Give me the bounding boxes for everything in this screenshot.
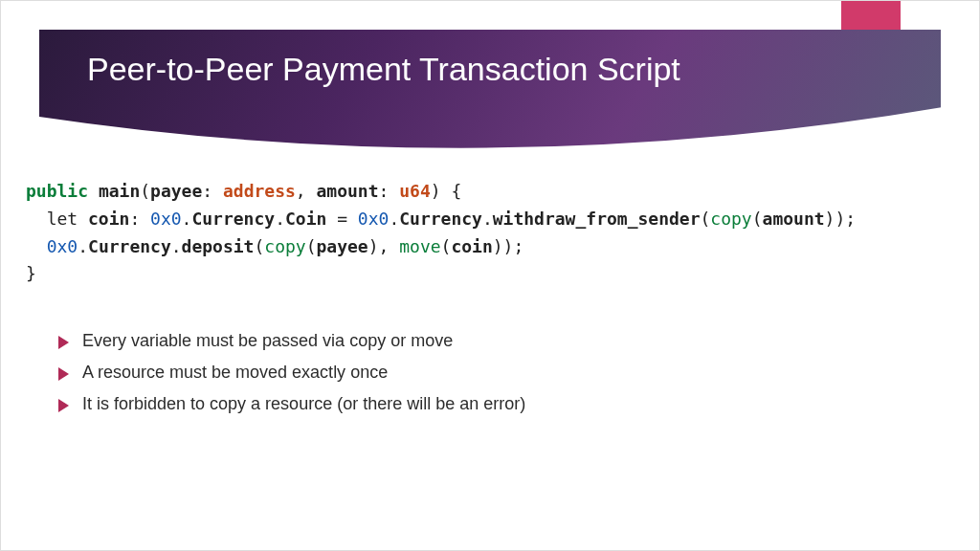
- code-token: :: [202, 181, 223, 201]
- slide: Peer-to-Peer Payment Transaction Script …: [0, 0, 980, 551]
- code-block: public main(payee: address, amount: u64)…: [26, 178, 954, 288]
- code-token: let: [26, 209, 88, 229]
- code-token: :: [129, 209, 150, 229]
- code-token: (: [752, 209, 763, 229]
- code-token: ));: [825, 209, 857, 229]
- code-token: amount: [763, 209, 825, 229]
- code-token: .: [275, 209, 285, 229]
- code-token: ),: [368, 236, 400, 256]
- header-band: Peer-to-Peer Payment Transaction Script: [39, 30, 941, 164]
- bullet-triangle-icon: [58, 367, 69, 381]
- code-token: deposit: [182, 236, 255, 256]
- code-token: ,: [296, 181, 317, 201]
- code-token: (: [254, 236, 264, 256]
- code-token: }: [26, 263, 36, 283]
- code-token: amount: [317, 181, 379, 201]
- code-token: .: [78, 236, 88, 256]
- code-token: coin: [88, 209, 129, 229]
- code-token: :: [379, 181, 400, 201]
- bullet-list: Every variable must be passed via copy o…: [58, 331, 922, 426]
- code-line: }: [26, 260, 954, 288]
- code-token: .: [482, 209, 493, 229]
- code-token: payee: [317, 236, 368, 256]
- code-token: [26, 236, 47, 256]
- code-token: u64: [399, 181, 431, 201]
- code-token: .: [182, 209, 192, 229]
- bullet-text: It is forbidden to copy a resource (or t…: [82, 394, 525, 414]
- code-token: =: [326, 209, 358, 229]
- slide-title: Peer-to-Peer Payment Transaction Script: [87, 49, 807, 90]
- bullet-text: Every variable must be passed via copy o…: [82, 331, 453, 351]
- code-token: Currency: [191, 209, 275, 229]
- code-token: move: [399, 236, 440, 256]
- code-token: withdraw_from_sender: [493, 209, 701, 229]
- list-item: Every variable must be passed via copy o…: [58, 331, 922, 351]
- list-item: It is forbidden to copy a resource (or t…: [58, 394, 922, 414]
- code-token: 0x0: [47, 236, 78, 256]
- bullet-text: A resource must be moved exactly once: [82, 363, 388, 383]
- code-token: public: [26, 181, 88, 201]
- code-token: coin: [451, 236, 492, 256]
- code-token: [88, 181, 99, 201]
- code-token: Currency: [399, 209, 482, 229]
- code-token: Coin: [285, 209, 326, 229]
- bullet-triangle-icon: [58, 399, 69, 412]
- code-token: copy: [264, 236, 305, 256]
- code-token: 0x0: [358, 209, 390, 229]
- code-line: 0x0.Currency.deposit(copy(payee), move(c…: [26, 233, 954, 261]
- code-token: (: [306, 236, 317, 256]
- code-token: payee: [150, 181, 202, 201]
- code-token: copy: [710, 209, 751, 229]
- code-token: address: [223, 181, 296, 201]
- code-token: (: [701, 209, 711, 229]
- code-token: 0x0: [150, 209, 182, 229]
- code-line: public main(payee: address, amount: u64)…: [26, 178, 954, 206]
- code-token: Currency: [88, 236, 171, 256]
- code-line: let coin: 0x0.Currency.Coin = 0x0.Curren…: [26, 206, 954, 233]
- list-item: A resource must be moved exactly once: [58, 363, 922, 383]
- code-token: main: [99, 181, 140, 201]
- code-token: ) {: [431, 181, 462, 201]
- code-token: ));: [493, 236, 524, 256]
- code-token: .: [171, 236, 182, 256]
- code-token: .: [389, 209, 399, 229]
- bullet-triangle-icon: [58, 336, 69, 349]
- code-token: (: [441, 236, 452, 256]
- code-token: (: [140, 181, 150, 201]
- header-curve: [39, 107, 943, 165]
